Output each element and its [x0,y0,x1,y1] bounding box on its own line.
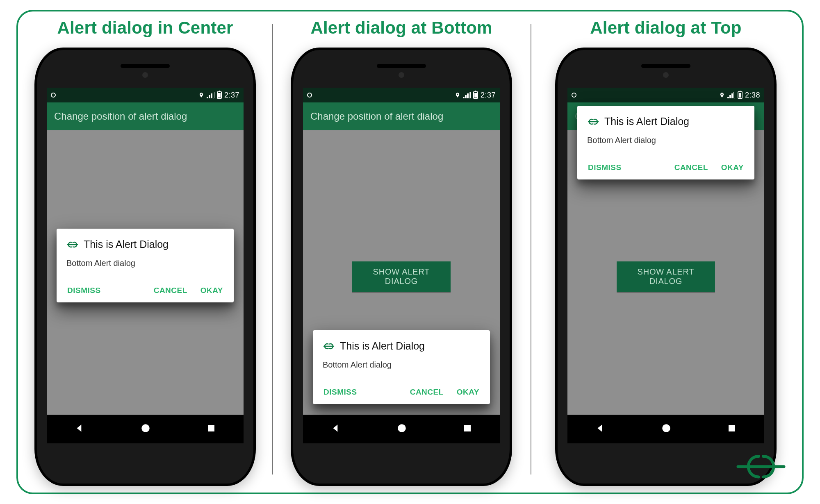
status-clock: 2:37 [481,91,496,100]
status-dot-icon [51,93,56,98]
dialog-message: Bottom Alert dialog [587,136,745,145]
nav-recents-icon[interactable] [206,423,216,435]
gfg-icon [323,341,335,351]
status-bar: 2:37 [303,88,500,102]
app-content: This is Alert Dialog Bottom Alert dialog… [47,130,244,415]
okay-button[interactable]: OKAY [456,384,480,400]
android-nav-bar [303,415,500,443]
app-title: Change position of alert dialog [54,111,187,122]
nav-home-icon[interactable] [396,423,407,435]
nav-back-icon[interactable] [595,423,606,435]
dialog-title: This is Alert Dialog [604,116,689,127]
cancel-button[interactable]: CANCEL [674,160,709,175]
show-alert-button[interactable]: SHOW ALERT DIALOG [617,261,715,292]
status-bar: 2:38 [567,88,764,102]
nav-back-icon[interactable] [74,423,85,435]
gfg-icon [587,117,599,127]
dismiss-button[interactable]: DISMISS [66,283,102,298]
phone-device: 2:37 Change position of alert dialog Thi… [34,48,256,486]
column-bottom: Alert dialog at Bottom 2:37 C [272,11,531,493]
status-dot-icon [307,93,312,98]
phone-screen: 2:37 Change position of alert dialog Thi… [47,88,244,443]
location-icon [719,91,725,99]
heading-top: Alert dialog at Top [590,18,741,38]
nav-home-icon[interactable] [140,423,151,435]
svg-rect-2 [208,425,214,431]
svg-point-7 [662,424,670,432]
okay-button[interactable]: OKAY [720,160,745,175]
nav-home-icon[interactable] [661,423,672,435]
comparison-card: Alert dialog in Center 2:37 C [16,10,804,494]
phone-camera [399,72,404,78]
battery-icon [473,91,478,99]
nav-back-icon[interactable] [330,423,341,435]
status-dot-icon [572,93,576,98]
signal-icon [463,92,471,98]
dialog-title: This is Alert Dialog [84,238,169,250]
dismiss-button[interactable]: DISMISS [323,384,358,400]
nav-recents-icon[interactable] [462,423,472,435]
show-alert-button[interactable]: SHOW ALERT DIALOG [352,261,451,292]
svg-point-1 [141,424,150,432]
phone-device: 2:37 Change position of alert dialog SHO… [291,48,512,486]
column-center: Alert dialog in Center 2:37 C [18,11,272,493]
heading-bottom: Alert dialog at Bottom [310,18,492,38]
dialog-title: This is Alert Dialog [340,340,425,352]
app-title: Change position of alert dialog [310,111,443,122]
app-bar: Change position of alert dialog [47,102,244,130]
status-clock: 2:38 [745,91,760,100]
dialog-message: Bottom Alert dialog [66,259,224,268]
dismiss-button[interactable]: DISMISS [587,160,622,175]
app-bar: Change position of alert dialog [303,102,500,130]
okay-button[interactable]: OKAY [200,283,224,298]
android-nav-bar [47,415,244,443]
app-content: SHOW ALERT DIALOG This is Alert Dialog B… [567,130,764,415]
phone-camera [142,72,148,78]
phone-screen: 2:37 Change position of alert dialog SHO… [303,88,500,443]
heading-center: Alert dialog in Center [57,18,233,38]
svg-point-4 [398,424,406,432]
signal-icon [727,92,735,98]
alert-dialog: This is Alert Dialog Bottom Alert dialog… [57,229,234,302]
signal-icon [207,92,214,98]
location-icon [455,91,460,99]
svg-rect-5 [464,425,471,431]
dialog-message: Bottom Alert dialog [323,360,480,370]
alert-dialog: This is Alert Dialog Bottom Alert dialog… [577,106,754,179]
phone-screen: 2:38 Change position of alert dialog SHO… [567,88,764,443]
cancel-button[interactable]: CANCEL [409,384,444,400]
android-nav-bar [567,415,764,443]
svg-rect-8 [729,425,735,431]
battery-icon [738,91,743,99]
column-top: Alert dialog at Top 2:38 Chan [531,11,801,493]
battery-icon [217,91,222,99]
gfg-icon [66,240,79,250]
phone-device: 2:38 Change position of alert dialog SHO… [555,48,777,486]
cancel-button[interactable]: CANCEL [153,283,188,298]
location-icon [198,91,204,99]
app-content: SHOW ALERT DIALOG This is Alert Dialog B… [303,130,500,415]
nav-recents-icon[interactable] [727,423,737,435]
phone-camera [663,72,669,78]
alert-dialog: This is Alert Dialog Bottom Alert dialog… [313,330,490,404]
gfg-logo-icon [732,450,790,484]
status-clock: 2:37 [224,91,239,100]
status-bar: 2:37 [47,88,244,102]
